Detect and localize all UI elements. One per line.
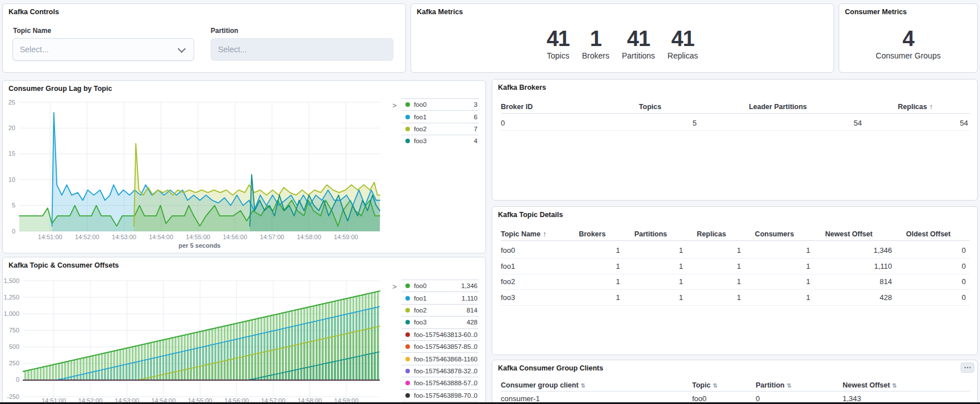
table-cell: 428 — [880, 293, 892, 302]
table-cell: 54 — [960, 119, 968, 127]
legend-label: foo-1575463898-70... — [414, 392, 474, 399]
column-header-replicas[interactable]: Replicas — [697, 230, 726, 238]
column-header-partition[interactable]: Partition⇅ — [756, 381, 791, 389]
legend-item[interactable]: foo-1575463813-60...0 — [401, 328, 479, 340]
svg-text:14:58:00: 14:58:00 — [297, 234, 321, 240]
topic-name-select[interactable]: Select... — [12, 38, 194, 61]
legend-label: foo0 — [414, 282, 426, 289]
offsets-chart-panel: Kafka Topic & Consumer Offsets -25002505… — [2, 257, 486, 404]
svg-text:15: 15 — [9, 150, 15, 157]
column-header-newest-offset[interactable]: Newest Offset⇅ — [843, 381, 897, 389]
partition-select: Select... — [211, 38, 393, 61]
metric-value: 41 — [622, 28, 655, 49]
legend-value: 1,110 — [462, 295, 479, 302]
kafka-brokers-panel: Kafka Brokers Broker IDTopicsLeader Part… — [492, 79, 978, 201]
table-divider — [501, 305, 970, 306]
legend-color-dot — [405, 115, 410, 119]
legend-item[interactable]: foo3428 — [401, 316, 479, 328]
column-header-brokers[interactable]: Brokers — [579, 230, 605, 238]
metric-replicas: 41 Replicas — [668, 28, 698, 60]
table-cell: 1 — [616, 262, 620, 270]
legend-item[interactable]: foo2814 — [401, 304, 479, 316]
legend-color-dot — [405, 284, 410, 288]
sortable-caret-icon: ⇅ — [713, 382, 717, 389]
column-header-topic-name[interactable]: Topic Name↑ — [501, 230, 546, 238]
metric-consumer-groups: 4 Consumer Groups — [876, 28, 940, 60]
sortable-caret-icon: ⇅ — [787, 382, 791, 389]
table-cell: 1,343 — [843, 394, 861, 403]
legend-item[interactable]: foo16 — [401, 110, 479, 122]
partition-placeholder: Select... — [211, 45, 247, 54]
column-header-consumer-group-client[interactable]: Consumer group client⇅ — [501, 381, 585, 389]
table-cell: foo1 — [501, 262, 515, 270]
table-cell: foo0 — [501, 246, 515, 255]
legend-color-dot — [405, 357, 410, 361]
legend-color-dot — [405, 127, 410, 131]
panel-title: Kafka Metrics — [417, 8, 463, 16]
sort-ascending-icon: ↑ — [543, 230, 546, 238]
legend-item[interactable]: foo34 — [401, 135, 479, 147]
legend-value: 6 — [474, 114, 479, 120]
column-header-topic[interactable]: Topic⇅ — [692, 381, 718, 389]
svg-text:14:57:00: 14:57:00 — [260, 234, 284, 240]
legend-value: 0 — [474, 392, 479, 399]
consumer-metrics-panel: Consumer Metrics 4 Consumer Groups — [839, 3, 978, 73]
table-cell: 1 — [616, 277, 620, 286]
legend-item[interactable]: foo27 — [401, 123, 479, 135]
legend-color-dot — [405, 332, 410, 337]
legend-item[interactable]: foo01,346 — [401, 280, 479, 291]
sortable-caret-icon: ⇅ — [581, 382, 585, 389]
table-cell: 1 — [737, 262, 741, 270]
table-divider — [501, 130, 970, 131]
svg-text:1,500: 1,500 — [3, 277, 19, 284]
legend-item[interactable]: foo-1575463878-32...0 — [401, 365, 479, 377]
metric-value: 1 — [582, 28, 609, 49]
svg-text:per 5 seconds: per 5 seconds — [179, 242, 221, 249]
panel-options-icon[interactable]: ⋯ — [961, 363, 974, 373]
chevron-down-icon — [178, 45, 186, 53]
kafka-consumer-group-clients-panel: Kafka Consumer Group Clients ⋯ Consumer … — [492, 360, 978, 404]
table-cell: 1 — [616, 293, 620, 302]
legend-item[interactable]: foo-1575463857-85...0 — [401, 340, 479, 352]
legend-color-dot — [405, 296, 410, 301]
column-header-oldest-offset[interactable]: Oldest Offset — [906, 230, 951, 238]
table-cell: 1,110 — [874, 262, 892, 270]
panel-title: Kafka Controls — [9, 8, 59, 16]
legend-value: 0 — [474, 331, 479, 338]
metric-label: Brokers — [582, 51, 609, 60]
column-header-replicas[interactable]: Replicas↑ — [898, 103, 932, 111]
legend-label: foo0 — [414, 101, 426, 108]
legend-label: foo-1575463888-57... — [414, 380, 474, 386]
legend-value: 0 — [474, 356, 479, 363]
svg-text:14:53:00: 14:53:00 — [112, 234, 136, 240]
column-header-partitions[interactable]: Partitions — [634, 230, 667, 238]
legend-collapse-chevron-icon[interactable]: > — [392, 282, 397, 291]
legend-item[interactable]: foo-1575463868-116...0 — [401, 352, 479, 364]
legend-collapse-chevron-icon[interactable]: > — [392, 101, 397, 110]
legend-item[interactable]: foo03 — [401, 98, 479, 110]
svg-text:14:52:00: 14:52:00 — [75, 234, 99, 240]
legend-color-dot — [405, 369, 410, 373]
table-cell: foo2 — [501, 277, 515, 286]
table-cell: 1 — [616, 246, 620, 255]
column-header-newest-offset[interactable]: Newest Offset — [825, 230, 872, 238]
metric-topics: 41 Topics — [547, 28, 569, 60]
svg-text:0: 0 — [16, 376, 19, 383]
legend-label: foo2 — [414, 307, 426, 314]
column-header-broker-id[interactable]: Broker ID — [501, 103, 533, 111]
column-header-leader-partitions[interactable]: Leader Partitions — [749, 103, 807, 111]
legend-label: foo1 — [414, 295, 426, 302]
legend-item[interactable]: foo-1575463898-70...0 — [401, 389, 479, 401]
svg-text:-250: -250 — [7, 393, 19, 400]
svg-text:750: 750 — [9, 327, 19, 334]
column-header-consumers[interactable]: Consumers — [755, 230, 794, 238]
metric-value: 41 — [668, 28, 698, 49]
legend-item[interactable]: foo11,110 — [401, 291, 479, 303]
legend-color-dot — [405, 320, 410, 324]
metric-row: 41 Topics 1 Brokers 41 Partitions 41 Rep… — [411, 28, 834, 60]
table-cell: 0 — [756, 394, 760, 403]
svg-text:25: 25 — [9, 99, 15, 106]
legend-item[interactable]: foo-1575463888-57...0 — [401, 377, 479, 389]
column-header-topics[interactable]: Topics — [639, 103, 661, 111]
table-cell: foo0 — [692, 394, 706, 403]
